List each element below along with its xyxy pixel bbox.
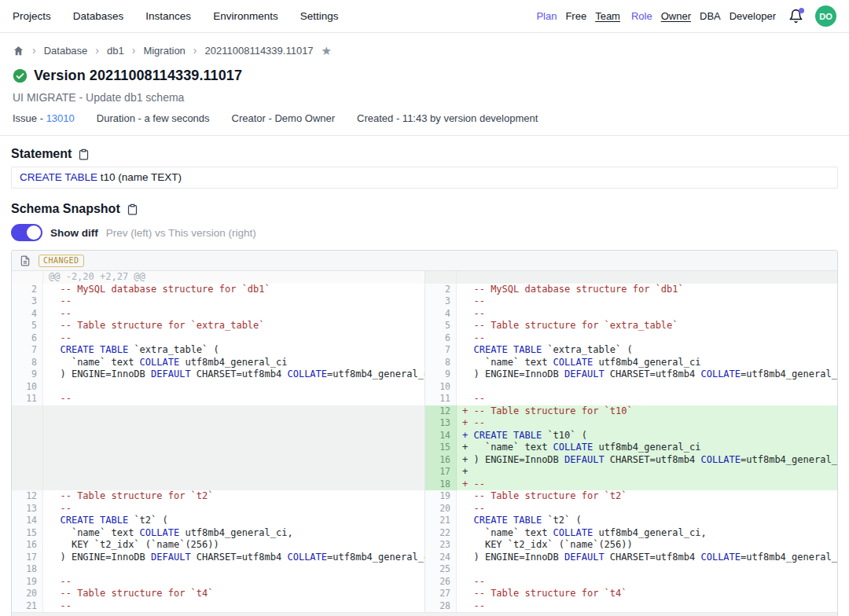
breadcrumb-item-db1[interactable]: db1 (107, 45, 124, 57)
role-option-dba[interactable]: DBA (700, 10, 721, 22)
breadcrumb-item-database[interactable]: Database (44, 45, 88, 57)
breadcrumb-separator: › (32, 44, 36, 57)
line-number: 4 (12, 308, 43, 321)
nav-item-databases[interactable]: Databases (73, 10, 124, 22)
diff-row-right: 3 -- (425, 295, 837, 308)
line-number: 27 (425, 588, 457, 600)
toggle-knob (27, 226, 41, 240)
code-line: -- (457, 332, 837, 345)
code-line (43, 478, 424, 491)
code-line: ) ENGINE=InnoDB DEFAULT CHARSET=utf8mb4 … (43, 368, 424, 381)
line-number: 14 (12, 515, 43, 527)
code-line: + -- (457, 478, 837, 491)
diff-row-left: 19 -- (12, 576, 424, 588)
code-line: KEY `t2_idx` (`name`(256)) (457, 539, 837, 552)
code-line: -- (457, 503, 837, 515)
avatar[interactable]: DO (815, 6, 836, 27)
nav-item-projects[interactable]: Projects (13, 10, 51, 22)
line-number: 13 (12, 503, 43, 515)
star-icon[interactable]: ★ (322, 45, 332, 57)
diff-row-right: 11 -- (425, 393, 837, 405)
line-number: 3 (425, 295, 457, 308)
copy-snapshot-icon[interactable] (127, 204, 138, 215)
breadcrumb-item-migration[interactable]: Migration (143, 45, 185, 57)
code-line: -- (457, 295, 837, 308)
diff-row-left: @@ -2,20 +2,27 @@ (12, 271, 424, 284)
code-line (43, 563, 424, 576)
notification-dot (799, 8, 804, 13)
role-switcher: RoleOwnerDBADeveloper (631, 10, 776, 22)
meta-item: Created - 11:43 by version development (357, 112, 538, 124)
diff-row-right: 15+ `name` text COLLATE utf8mb4_general_… (425, 442, 837, 454)
line-number: 26 (425, 576, 457, 588)
role-option-developer[interactable]: Developer (730, 10, 776, 22)
line-number: 17 (425, 466, 457, 478)
show-diff-label: Show diff (50, 227, 98, 239)
plan-option-free[interactable]: Free (565, 10, 586, 22)
diff-row-left: 12 -- Table structure for `t2` (12, 490, 424, 503)
sql-segment: t10 (name TEXT) (97, 171, 182, 183)
breadcrumb-separator: › (132, 44, 136, 57)
nav-item-instances[interactable]: Instances (145, 10, 191, 22)
diff-row-left: 9 ) ENGINE=InnoDB DEFAULT CHARSET=utf8mb… (12, 368, 424, 381)
plan-label[interactable]: Plan (536, 10, 557, 22)
diff-row-right: 16+ ) ENGINE=InnoDB DEFAULT CHARSET=utf8… (425, 454, 837, 467)
diff-row-left (12, 454, 424, 467)
line-number (12, 405, 43, 418)
code-line: -- Table structure for `t4` (43, 588, 424, 600)
line-number: 6 (425, 332, 457, 345)
nav-item-environments[interactable]: Environments (213, 10, 278, 22)
code-line: -- (457, 308, 837, 321)
code-line: -- (43, 600, 424, 613)
diff-row-left: 2 -- MySQL database structure for `db1` (12, 284, 424, 296)
plan-option-team[interactable]: Team (595, 10, 620, 22)
home-icon[interactable] (13, 45, 24, 57)
diff-row-left: 18 (12, 563, 424, 576)
nav-item-settings[interactable]: Settings (300, 10, 339, 22)
top-nav-bar: ProjectsDatabasesInstancesEnvironmentsSe… (0, 0, 849, 33)
code-line (457, 271, 837, 284)
code-line: -- Table structure for `t4` (457, 588, 837, 600)
plan-switcher: PlanFreeTeam (536, 10, 620, 22)
diff-row-left (12, 442, 424, 454)
code-line (43, 442, 424, 454)
code-line: + -- Table structure for `t10` (457, 405, 837, 418)
issue-link[interactable]: 13010 (46, 112, 75, 124)
diff-row-right (425, 271, 837, 284)
line-number (12, 466, 43, 478)
diff-row-right: 12+ -- Table structure for `t10` (425, 405, 837, 418)
code-line: -- MySQL database structure for `db1` (43, 284, 424, 296)
diff-row-left: 21 -- (12, 600, 424, 613)
diff-row-left: 20 -- Table structure for `t4` (12, 588, 424, 600)
statement-sql: CREATE TABLE t10 (name TEXT) (11, 167, 838, 189)
show-diff-toggle[interactable] (11, 224, 42, 241)
code-line: CREATE TABLE `extra_table` ( (457, 344, 837, 357)
copy-statement-icon[interactable] (78, 148, 90, 160)
code-line: -- (43, 503, 424, 515)
migration-meta: Issue - 13010Duration - a few secondsCre… (13, 112, 836, 124)
line-number: 15 (12, 527, 43, 540)
line-number: 11 (425, 393, 457, 405)
line-number: 24 (425, 552, 457, 564)
line-number: 7 (425, 344, 457, 357)
code-line: -- (43, 393, 424, 405)
horizontal-scrollbar[interactable] (12, 612, 837, 616)
diff-row-left: 17 ) ENGINE=InnoDB DEFAULT CHARSET=utf8m… (12, 552, 424, 564)
role-option-owner[interactable]: Owner (661, 10, 691, 22)
breadcrumb-item-20211008114339-11017[interactable]: 20211008114339.11017 (205, 45, 314, 57)
notifications-button[interactable] (787, 8, 804, 25)
code-line (457, 381, 837, 394)
line-number: 18 (12, 563, 43, 576)
diff-row-left (12, 466, 424, 478)
code-line: -- Table structure for `t2` (457, 490, 837, 503)
diff-row-right: 13+ -- (425, 417, 837, 430)
diff-right-column: 2 -- MySQL database structure for `db1`3… (424, 271, 837, 612)
line-number: 16 (12, 539, 43, 552)
line-number: 22 (425, 527, 457, 540)
code-line: @@ -2,20 +2,27 @@ (43, 271, 424, 284)
code-line (43, 454, 424, 467)
role-label[interactable]: Role (631, 10, 652, 22)
code-line (43, 430, 424, 442)
breadcrumb-separator: › (95, 44, 99, 57)
code-line: `name` text COLLATE utf8mb4_general_ci (457, 357, 837, 369)
